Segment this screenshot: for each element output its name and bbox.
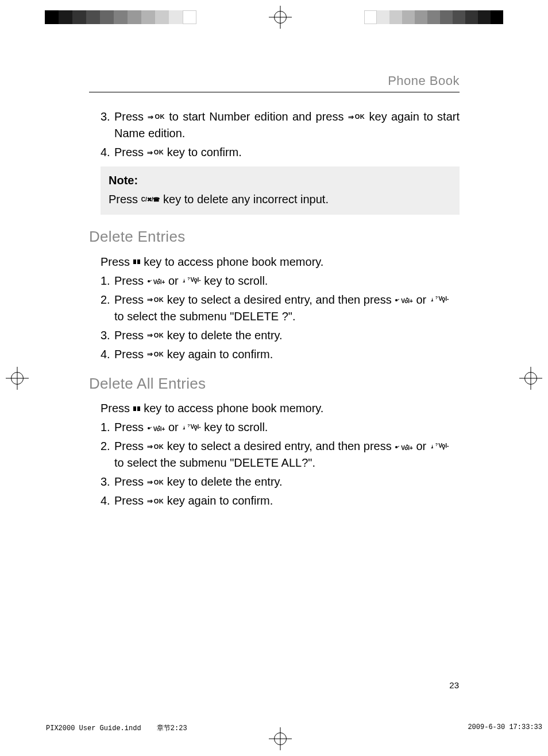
registration-top [0, 6, 548, 29]
crosshair-left [0, 367, 29, 390]
delete-all-step-2: 2. Press ⇒OK key to select a desired ent… [89, 438, 460, 471]
note-title: Note: [109, 172, 451, 189]
ok-key-icon: ⇒OK [147, 332, 164, 339]
delete-step-1: 1. Press ▲Vol+ or ? Vol-▼ key to scroll. [89, 273, 460, 289]
vol-up-key-icon: ▲Vol+ [147, 425, 165, 431]
delete-step-3: 3. Press ⇒OK key to delete the entry. [89, 327, 460, 344]
vol-down-key-icon: ? Vol-▼ [182, 278, 200, 284]
clear-key-icon: C/✖/☎ [141, 197, 160, 203]
svg-point-3 [395, 446, 398, 448]
colorbar-top-left [45, 10, 196, 24]
crosshair-icon [269, 6, 292, 29]
page-number: 23 [449, 680, 459, 690]
delete-all-step-3: 3. Press ⇒OK key to delete the entry. [89, 474, 460, 490]
vol-up-key-icon: ▲Vol+ [147, 278, 165, 284]
note-body: Press C/✖/☎ key to delete any incorrect … [109, 191, 451, 208]
page-title: Phone Book [89, 73, 460, 92]
delete-step-2: 2. Press ⇒OK key to select a desired ent… [89, 292, 460, 325]
note-box: Note: Press C/✖/☎ key to delete any inco… [101, 166, 460, 215]
ok-key-icon: ⇒OK [147, 479, 164, 486]
ok-key-icon: ⇒OK [147, 351, 164, 358]
ok-key-icon: ⇒OK [147, 296, 164, 303]
vol-up-key-icon: ▲Vol+ [395, 444, 413, 450]
step-3: 3. Press ⇒OK to start Number edition and… [89, 108, 460, 142]
vol-down-key-icon: ? Vol-▼ [182, 425, 200, 431]
ok-key-icon: ⇒OK [147, 443, 164, 450]
delete-all-intro: Press key to access phone book memory. [89, 400, 460, 417]
svg-point-0 [148, 280, 150, 282]
step-4: 4. Press ⇒OK key to confirm. [89, 144, 460, 161]
vol-down-key-icon: ? Vol-▼ [430, 444, 449, 450]
colorbar-top-right [364, 10, 503, 24]
heading-delete-all-entries: Delete All Entries [89, 373, 460, 395]
svg-point-2 [148, 427, 150, 429]
delete-step-4: 4. Press ⇒OK key again to confirm. [89, 346, 460, 363]
delete-all-step-4: 4. Press ⇒OK key again to confirm. [89, 493, 460, 509]
ok-key-icon: ⇒OK [147, 149, 164, 156]
ok-key-icon: ⇒OK [148, 114, 165, 121]
registration-bottom [0, 727, 548, 750]
vol-up-key-icon: ▲Vol+ [395, 297, 413, 303]
delete-intro: Press key to access phone book memory. [89, 254, 460, 270]
page-content: Phone Book 3. Press ⇒OK to start Number … [89, 73, 460, 511]
phonebook-key-icon [133, 406, 141, 411]
svg-point-1 [395, 299, 398, 301]
ok-key-icon: ⇒OK [348, 114, 365, 121]
heading-delete-entries: Delete Entries [89, 226, 460, 248]
crosshair-right [519, 367, 548, 390]
ok-key-icon: ⇒OK [147, 498, 164, 505]
delete-all-step-1: 1. Press ▲Vol+ or ? Vol-▼ key to scroll. [89, 419, 460, 436]
phonebook-key-icon [133, 259, 141, 264]
crosshair-icon [269, 727, 292, 750]
vol-down-key-icon: ? Vol-▼ [430, 297, 449, 303]
